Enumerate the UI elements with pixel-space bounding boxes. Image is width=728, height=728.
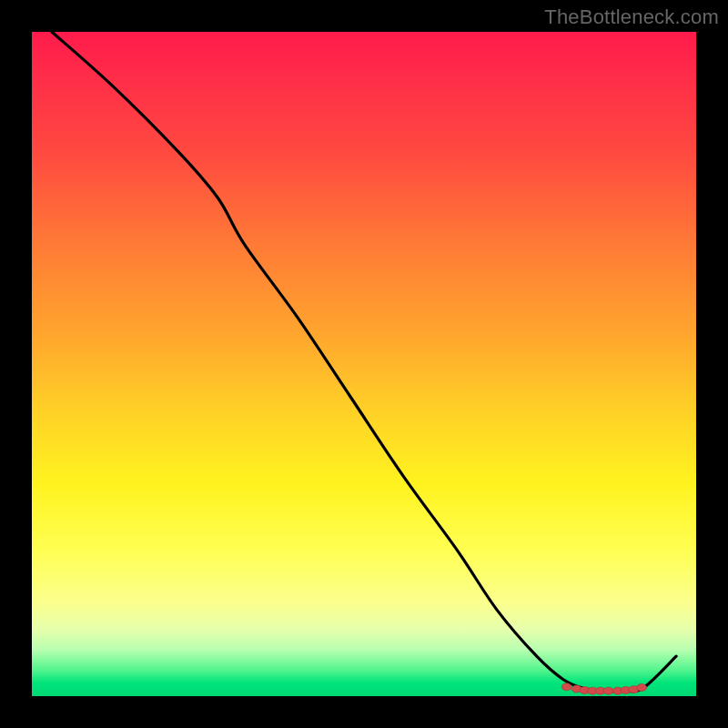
plot-area bbox=[32, 32, 696, 696]
line-chart-svg bbox=[32, 32, 696, 696]
data-point bbox=[561, 683, 571, 691]
data-point bbox=[603, 687, 613, 694]
data-point bbox=[637, 683, 647, 691]
bottleneck-curve bbox=[52, 32, 676, 692]
chart-frame: TheBottleneck.com bbox=[0, 0, 728, 728]
watermark-text: TheBottleneck.com bbox=[544, 5, 719, 29]
